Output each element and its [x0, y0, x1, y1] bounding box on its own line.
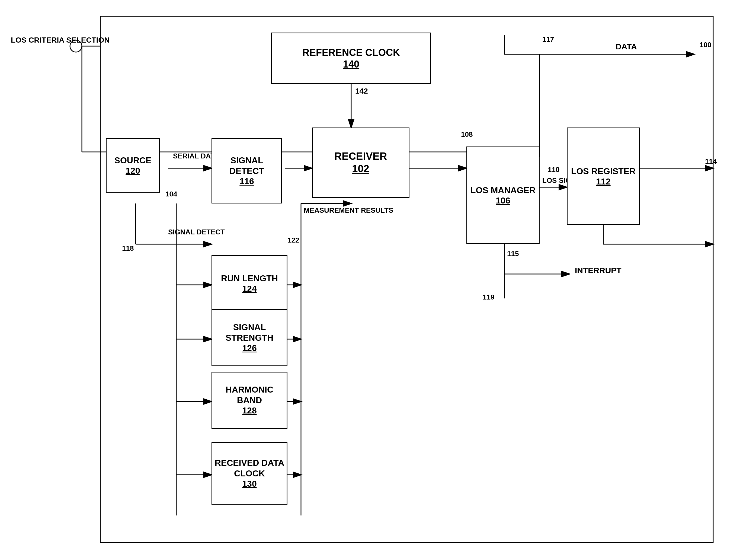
- signal-detect-id: 116: [239, 176, 254, 186]
- received-data-clock-label: RECEIVED DATA CLOCK: [212, 458, 287, 479]
- signal-detect-box: SIGNAL DETECT 116: [212, 138, 282, 203]
- signal-detect-label: SIGNAL DETECT: [212, 155, 281, 176]
- run-length-label: RUN LENGTH: [221, 273, 278, 284]
- ref-142: 142: [355, 87, 368, 95]
- run-length-box: RUN LENGTH 124: [212, 255, 287, 312]
- reference-clock-box: REFERENCE CLOCK 140: [271, 33, 431, 84]
- ref-122: 122: [287, 236, 299, 244]
- measurement-results-label: MEASUREMENT RESULTS: [304, 206, 393, 214]
- harmonic-band-id: 128: [242, 405, 257, 416]
- source-label: SOURCE: [114, 155, 152, 165]
- ref-104: 104: [165, 190, 177, 198]
- received-data-clock-box: RECEIVED DATA CLOCK 130: [212, 442, 287, 505]
- signal-strength-box: SIGNAL STRENGTH 126: [212, 309, 287, 366]
- source-box: SOURCE 120: [106, 138, 160, 193]
- received-data-clock-id: 130: [242, 479, 257, 489]
- reference-clock-id: 140: [343, 58, 359, 70]
- reference-clock-label: REFERENCE CLOCK: [302, 47, 400, 58]
- receiver-id: 102: [352, 163, 369, 175]
- ref-118: 118: [122, 244, 134, 252]
- los-manager-box: LOS MANAGER 106: [466, 146, 540, 244]
- signal-strength-label: SIGNAL STRENGTH: [212, 322, 287, 343]
- receiver-label: RECEIVER: [334, 150, 387, 163]
- los-manager-id: 106: [496, 195, 510, 206]
- los-criteria-label: LOS CRITERIA SELECTION: [11, 35, 110, 45]
- receiver-box: RECEIVER 102: [312, 127, 409, 198]
- signal-strength-id: 126: [242, 343, 257, 353]
- ref-108: 108: [461, 130, 473, 139]
- interrupt-label: INTERRUPT: [575, 266, 622, 275]
- ref-114: 114: [705, 157, 717, 166]
- los-register-box: LOS REGISTER 112: [567, 127, 640, 225]
- harmonic-band-label: HARMONIC BAND: [212, 385, 287, 405]
- run-length-id: 124: [242, 284, 257, 294]
- data-label: DATA: [616, 42, 637, 51]
- signal-detect-line-label: SIGNAL DETECT: [168, 228, 225, 236]
- ref-100: 100: [700, 41, 711, 49]
- los-manager-label: LOS MANAGER: [470, 185, 536, 195]
- los-register-label: LOS REGISTER: [571, 166, 636, 176]
- ref-115: 115: [507, 249, 519, 258]
- svg-rect-2: [100, 16, 713, 543]
- ref-110: 110: [548, 165, 559, 174]
- ref-119: 119: [483, 293, 494, 302]
- harmonic-band-box: HARMONIC BAND 128: [212, 372, 287, 429]
- source-id: 120: [126, 165, 140, 176]
- ref-117: 117: [542, 35, 554, 44]
- los-register-id: 112: [596, 176, 610, 187]
